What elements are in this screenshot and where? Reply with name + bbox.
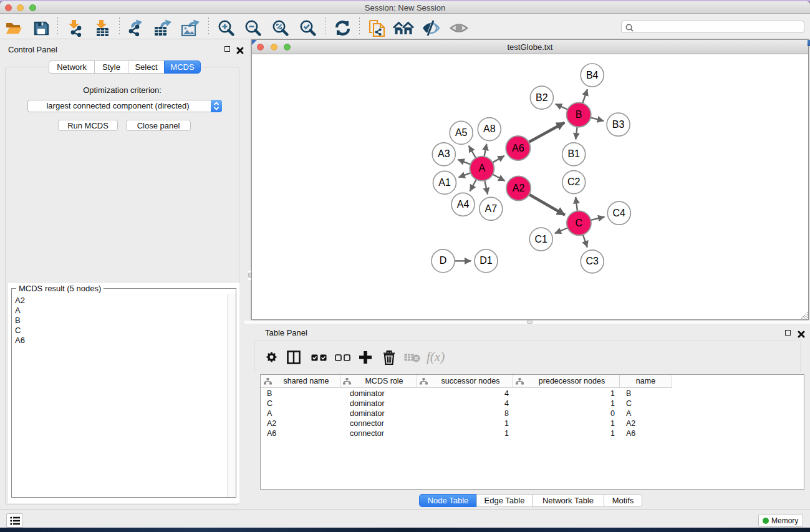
- svg-text:B2: B2: [536, 92, 548, 103]
- svg-text:A5: A5: [455, 127, 468, 138]
- svg-text:C3: C3: [586, 256, 599, 266]
- svg-text:A6: A6: [512, 143, 524, 153]
- svg-text:A8: A8: [483, 123, 496, 134]
- svg-text:C2: C2: [567, 177, 581, 187]
- svg-text:C1: C1: [534, 234, 547, 244]
- svg-text:D: D: [440, 255, 447, 266]
- svg-text:B4: B4: [586, 70, 599, 80]
- svg-text:A: A: [479, 163, 486, 173]
- svg-text:B3: B3: [612, 119, 625, 130]
- svg-text:A4: A4: [457, 199, 470, 210]
- svg-text:A2: A2: [513, 183, 525, 193]
- svg-text:D1: D1: [480, 255, 493, 266]
- svg-text:B1: B1: [567, 148, 580, 159]
- svg-text:A1: A1: [438, 177, 451, 188]
- svg-text:A7: A7: [485, 203, 498, 214]
- svg-text:B: B: [576, 109, 582, 120]
- svg-text:A3: A3: [438, 148, 450, 159]
- svg-text:C: C: [576, 218, 583, 228]
- svg-text:C4: C4: [613, 208, 626, 218]
